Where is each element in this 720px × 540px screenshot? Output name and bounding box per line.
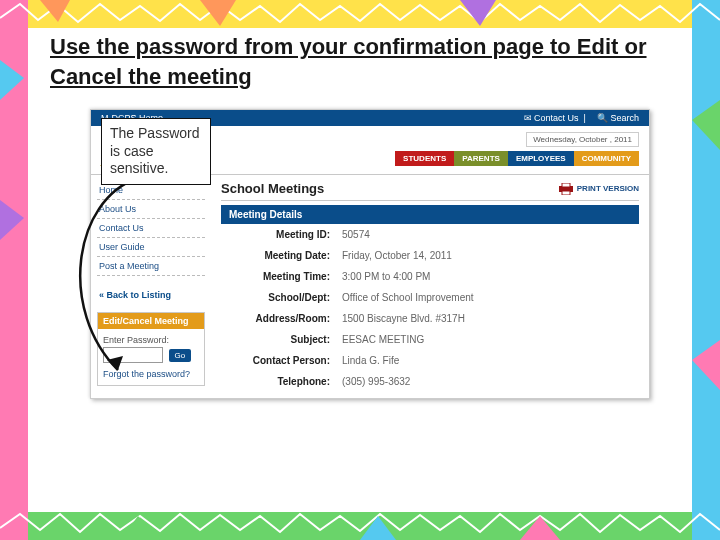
nav-parents[interactable]: PARENTS bbox=[454, 151, 508, 166]
nav-employees[interactable]: EMPLOYEES bbox=[508, 151, 574, 166]
password-input[interactable] bbox=[103, 347, 163, 363]
svg-rect-2 bbox=[0, 512, 720, 540]
go-button[interactable]: Go bbox=[169, 349, 192, 362]
nav-community[interactable]: COMMUNITY bbox=[574, 151, 639, 166]
svg-marker-10 bbox=[120, 516, 160, 540]
table-row: Telephone:(305) 995-3632 bbox=[221, 371, 639, 392]
svg-rect-17 bbox=[562, 183, 570, 187]
side-link[interactable]: User Guide bbox=[97, 238, 205, 257]
table-row: Subject:EESAC MEETING bbox=[221, 329, 639, 350]
svg-rect-18 bbox=[562, 191, 570, 195]
details-heading: Meeting Details bbox=[221, 205, 639, 224]
svg-marker-7 bbox=[460, 0, 496, 26]
edit-cancel-heading: Edit/Cancel Meeting bbox=[98, 313, 204, 329]
table-row: Meeting ID:50574 bbox=[221, 224, 639, 245]
forgot-password-link[interactable]: Forgot the password? bbox=[103, 369, 199, 379]
search-link[interactable]: 🔍 Search bbox=[597, 113, 639, 123]
side-link[interactable]: Post a Meeting bbox=[97, 257, 205, 276]
table-row: Meeting Time:3:00 PM to 4:00 PM bbox=[221, 266, 639, 287]
nav-students[interactable]: STUDENTS bbox=[395, 151, 454, 166]
svg-marker-12 bbox=[520, 516, 560, 540]
svg-marker-11 bbox=[692, 340, 720, 390]
date-display: Wednesday, October , 2011 bbox=[526, 132, 639, 147]
print-version-link[interactable]: PRINT VERSION bbox=[558, 183, 639, 195]
sidebar: Home About Us Contact Us User Guide Post… bbox=[91, 175, 211, 398]
enter-password-label: Enter Password: bbox=[103, 335, 199, 345]
edit-cancel-box: Edit/Cancel Meeting Enter Password: Go F… bbox=[97, 312, 205, 386]
side-link[interactable]: About Us bbox=[97, 200, 205, 219]
svg-marker-13 bbox=[0, 60, 24, 100]
main-content: School Meetings PRINT VERSION Meeting De… bbox=[211, 175, 649, 398]
main-heading: School Meetings bbox=[221, 181, 324, 196]
svg-rect-3 bbox=[0, 0, 28, 540]
callout-password-case: The Password is case sensitive. bbox=[101, 118, 211, 185]
slide-title: Use the password from your confirmation … bbox=[50, 32, 670, 91]
meeting-details-table: Meeting ID:50574 Meeting Date:Friday, Oc… bbox=[221, 224, 639, 392]
svg-marker-6 bbox=[200, 0, 236, 26]
svg-rect-1 bbox=[0, 0, 720, 28]
svg-rect-4 bbox=[692, 0, 720, 540]
back-to-listing[interactable]: « Back to Listing bbox=[97, 286, 205, 304]
table-row: School/Dept:Office of School Improvement bbox=[221, 287, 639, 308]
svg-marker-14 bbox=[360, 516, 396, 540]
svg-marker-8 bbox=[0, 200, 24, 240]
table-row: Contact Person:Linda G. Fife bbox=[221, 350, 639, 371]
printer-icon bbox=[558, 183, 574, 195]
side-link[interactable]: Contact Us bbox=[97, 219, 205, 238]
svg-marker-9 bbox=[692, 100, 720, 150]
contact-link[interactable]: ✉ Contact Us bbox=[524, 113, 579, 123]
screenshot: The Password is case sensitive. M-DCPS H… bbox=[90, 109, 650, 399]
table-row: Address/Room:1500 Biscayne Blvd. #317H bbox=[221, 308, 639, 329]
svg-marker-5 bbox=[40, 0, 70, 22]
table-row: Meeting Date:Friday, October 14, 2011 bbox=[221, 245, 639, 266]
